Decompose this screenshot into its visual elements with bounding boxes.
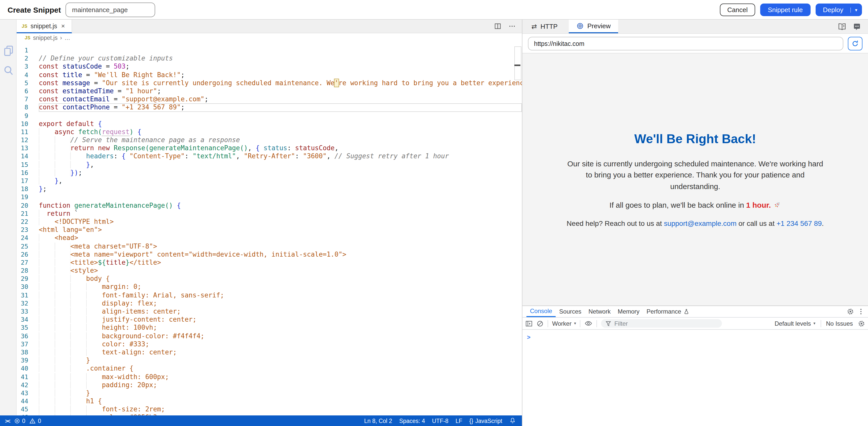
code-line-39[interactable]: 39 } [17,357,522,365]
devtools-menu-dots-icon[interactable] [860,308,862,315]
code-editor[interactable]: 12// Define your customizable inputs3con… [17,42,522,416]
code-line-27[interactable]: 27 <title>${title}</title> [17,259,522,267]
code-line-24[interactable]: 24 <head> [17,234,522,242]
code-line-25[interactable]: 25 <meta charset="UTF-8"> [17,242,522,250]
tab-preview[interactable]: Preview [569,20,618,33]
split-editor-icon[interactable] [494,23,501,30]
line-content: <style> [39,267,522,275]
code-line-3[interactable]: 3const statusCode = 503; [17,63,522,71]
line-content: // Define your customizable inputs [39,54,522,62]
deploy-button[interactable]: Deploy [816,6,850,13]
code-line-17[interactable]: 17 }, [17,177,522,185]
close-tab-icon[interactable]: × [61,22,65,30]
files-icon[interactable] [0,45,17,57]
cancel-button[interactable]: Cancel [720,3,755,16]
code-line-45[interactable]: 45 font-size: 2rem; [17,405,522,414]
indentation-setting[interactable]: Spaces: 4 [399,418,425,424]
code-line-23[interactable]: 23<html lang="en"> [17,226,522,234]
code-line-5[interactable]: 5const message = "Our site is currently … [17,79,522,87]
editor-scrollbar[interactable] [514,47,521,80]
code-line-41[interactable]: 41 max-width: 600px; [17,373,522,381]
code-line-10[interactable]: 10export default { [17,120,522,128]
phone-link[interactable]: +1 234 567 89 [777,220,822,228]
more-actions-icon[interactable] [508,23,516,30]
code-line-12[interactable]: 12 // Serve the maintenance page as a re… [17,136,522,144]
deploy-dropdown-button[interactable]: ▾ [850,7,862,12]
notifications-bell-icon[interactable] [509,418,516,424]
code-line-31[interactable]: 31 font-family: Arial, sans-serif; [17,291,522,299]
code-line-30[interactable]: 30 margin: 0; [17,283,522,291]
log-levels-selector[interactable]: Default levels ▾ [775,320,815,327]
devpanel-tab-actions [838,20,868,33]
code-line-46[interactable]: 46 color: #0056b3; [17,414,522,416]
code-line-38[interactable]: 38 text-align: center; [17,348,522,357]
tab-console[interactable]: Console [526,306,556,317]
tab-http[interactable]: ⇄ HTTP [529,20,560,33]
code-line-6[interactable]: 6const estimatedTime = "1 hour"; [17,87,522,95]
code-line-20[interactable]: 20function generateMaintenancePage() { [17,201,522,209]
code-line-4[interactable]: 4const title = "We'll Be Right Back!"; [17,71,522,79]
code-line-44[interactable]: 44 h1 { [17,397,522,405]
snippet-rule-button[interactable]: Snippet rule [760,3,810,16]
code-line-33[interactable]: 33 align-items: center; [17,308,522,316]
support-email-link[interactable]: support@example.com [664,220,737,228]
console-output[interactable]: > [522,330,868,341]
code-line-11[interactable]: 11 async fetch(request) { [17,128,522,136]
eye-watch-icon[interactable] [585,320,593,327]
code-line-18[interactable]: 18}; [17,185,522,193]
search-icon[interactable] [0,65,17,76]
code-line-37[interactable]: 37 color: #333; [17,340,522,348]
chat-feedback-icon[interactable] [853,23,861,30]
breadcrumb[interactable]: JS snippet.js › … [17,33,522,42]
code-line-40[interactable]: 40 .container { [17,365,522,373]
issues-counter[interactable]: No Issues [826,320,853,327]
console-prompt-chevron[interactable]: > [527,334,530,341]
url-input[interactable] [528,37,843,50]
problems-indicator[interactable]: 0 0 [14,418,41,424]
code-line-22[interactable]: 22 <!DOCTYPE html> [17,218,522,226]
language-mode[interactable]: {} JavaScript [469,418,502,424]
code-line-34[interactable]: 34 justify-content: center; [17,316,522,324]
code-line-13[interactable]: 13 return new Response(generateMaintenan… [17,144,522,152]
code-line-1[interactable]: 1 [17,47,522,54]
code-line-2[interactable]: 2// Define your customizable inputs [17,54,522,62]
code-line-9[interactable]: 9 [17,112,522,120]
devtools-settings-gear-icon[interactable] [847,308,854,315]
tab-network[interactable]: Network [585,306,614,317]
docs-book-icon[interactable] [838,23,846,30]
tab-sources[interactable]: Sources [556,306,585,317]
code-line-28[interactable]: 28 <style> [17,267,522,275]
remote-indicator-icon[interactable]: >< [5,418,9,424]
code-line-32[interactable]: 32 display: flex; [17,300,522,308]
line-content: background-color: #f4f4f4; [39,332,522,340]
code-line-15[interactable]: 15 }, [17,161,522,169]
breadcrumb-file[interactable]: snippet.js [33,34,57,40]
code-line-19[interactable]: 19 [17,193,522,201]
cursor-position[interactable]: Ln 8, Col 2 [364,418,392,424]
code-line-7[interactable]: 7const contactEmail = "support@example.c… [17,95,522,103]
code-line-16[interactable]: 16 }); [17,169,522,177]
code-line-35[interactable]: 35 height: 100vh; [17,324,522,332]
console-filter-input[interactable]: Filter [601,319,722,328]
code-line-43[interactable]: 43 } [17,389,522,397]
execution-context-selector[interactable]: Worker ▾ [552,320,576,327]
encoding-setting[interactable]: UTF-8 [432,418,448,424]
console-settings-gear-icon[interactable] [858,320,865,327]
code-line-42[interactable]: 42 padding: 20px; [17,381,522,389]
code-line-29[interactable]: 29 body { [17,275,522,283]
snippet-name-input[interactable] [65,2,155,17]
tab-memory[interactable]: Memory [614,306,643,317]
code-line-8[interactable]: 8const contactPhone = "+1 234 567 89"; [17,104,522,112]
refresh-button[interactable] [848,37,863,50]
code-line-14[interactable]: 14 headers: { "Content-Type": "text/html… [17,152,522,161]
clear-console-icon[interactable] [536,320,544,327]
code-line-26[interactable]: 26 <meta name="viewport" content="width=… [17,250,522,258]
tab-snippet-js[interactable]: JS snippet.js × [17,20,72,33]
code-line-21[interactable]: 21 return ` [17,210,522,218]
tab-performance[interactable]: Performance [643,306,693,317]
code-line-36[interactable]: 36 background-color: #f4f4f4; [17,332,522,340]
console-sidebar-toggle-icon[interactable] [525,320,532,327]
eol-setting[interactable]: LF [456,418,462,424]
breadcrumb-more[interactable]: … [64,34,70,40]
line-content: body { [39,275,522,283]
